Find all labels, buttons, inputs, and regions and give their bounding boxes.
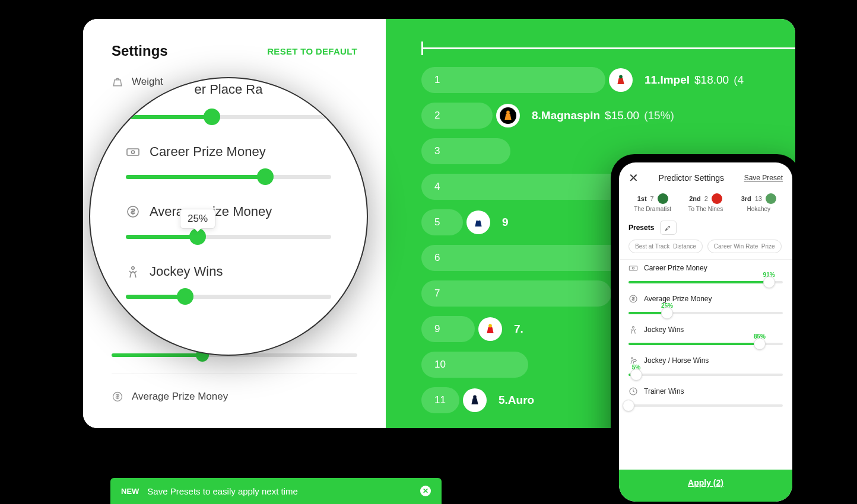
svg-point-16 <box>132 267 134 269</box>
phone-setting: Career Prize Money 91% <box>629 263 783 283</box>
dollar-icon <box>112 391 123 403</box>
race-info: 7. <box>514 323 523 336</box>
setting-avg-prize: Average Prize Money <box>112 391 357 403</box>
setting-label-text: Average Prize Money <box>644 295 712 303</box>
slider-thumb[interactable] <box>257 168 274 185</box>
slider-track[interactable]: 91% <box>629 281 783 283</box>
slider-track[interactable] <box>126 295 331 299</box>
jockey-silk-icon <box>766 193 776 204</box>
dollar-icon <box>126 205 140 219</box>
race-position-pill[interactable]: 4 <box>421 174 623 200</box>
race-info: 11.Impel$18.00(4 <box>645 74 744 87</box>
race-row: 28.Magnaspin$15.00(15%) <box>421 103 795 129</box>
preset-chip[interactable]: Career Win Rate Prize <box>707 240 782 253</box>
race-position-pill[interactable]: 5 <box>421 209 463 235</box>
race-position-pill[interactable]: 6 <box>421 245 623 271</box>
edit-presets-button[interactable] <box>660 221 677 235</box>
setting-jockey-wins: Jockey Wins <box>126 264 331 299</box>
slider-value-tooltip: 25% <box>180 209 215 229</box>
setting-label-text: Average Prize Money <box>132 391 228 403</box>
race-position-pill[interactable]: 7 <box>421 280 611 307</box>
phone-title: Predictor Settings <box>659 173 725 183</box>
svg-point-10 <box>488 324 492 328</box>
money-icon <box>629 263 638 273</box>
jockey-silk-icon <box>496 104 520 127</box>
slider-thumb[interactable] <box>177 288 193 305</box>
race-position-pill[interactable]: 10 <box>421 352 528 378</box>
setting-career-prize: Career Prize Money <box>126 144 331 179</box>
slider-thumb[interactable] <box>661 307 673 319</box>
jockey-silk-icon <box>466 210 490 234</box>
weight-icon <box>112 76 123 88</box>
save-preset-link[interactable]: Save Preset <box>744 174 783 182</box>
reset-to-default-link[interactable]: RESET TO DEFAULT <box>267 46 357 56</box>
setting-label-text: Career Prize Money <box>644 264 707 272</box>
race-info: 8.Magnaspin$15.00(15%) <box>532 109 674 122</box>
dollar-icon <box>629 294 638 304</box>
phone-setting: Jockey Wins 85% <box>629 325 783 345</box>
svg-point-4 <box>506 111 510 114</box>
race-position-pill[interactable]: 11 <box>421 387 459 413</box>
race-row: 111.Impel$18.00(4 <box>421 67 795 93</box>
timeline <box>421 47 795 49</box>
svg-point-18 <box>632 267 634 269</box>
slider-thumb[interactable] <box>630 369 642 381</box>
close-icon[interactable]: ✕ <box>629 171 639 185</box>
phone-setting: Average Prize Money 25% <box>629 294 783 314</box>
slider-track[interactable] <box>629 404 783 407</box>
settings-title: Settings <box>112 43 168 59</box>
top-positions: 1st7The Dramatist2nd2To The Nines3rd13Ho… <box>619 190 792 215</box>
preset-chips: Best at Track DistanceCareer Win Rate Pr… <box>619 240 792 259</box>
magnifier-lens: er Place Ra Career Prize Money A <box>89 77 368 356</box>
setting-label-text: Jockey Wins <box>150 264 223 279</box>
race-position-pill[interactable]: 2 <box>421 103 493 129</box>
slider-thumb[interactable] <box>754 338 766 350</box>
phone-sliders: Career Prize Money 91% Average Prize Mon… <box>619 259 792 470</box>
new-badge: NEW <box>121 487 139 496</box>
slider-track[interactable]: 25% <box>126 235 331 239</box>
slider-track[interactable]: 85% <box>629 343 783 345</box>
setting-avg-prize: Avera ize Money 25% <box>126 204 331 239</box>
slider-track[interactable] <box>126 115 331 119</box>
setting-label-text: Career Prize Money <box>150 144 266 160</box>
preset-chip[interactable]: Best at Track Distance <box>629 240 703 253</box>
slider-thumb[interactable] <box>763 276 775 288</box>
setting-label-text: Jockey Wins <box>644 326 684 334</box>
phone-setting: Jockey / Horse Wins 5% <box>629 356 783 376</box>
new-presets-banner: NEW Save Presets to easily apply next ti… <box>110 478 442 504</box>
phone-screen: ✕ Predictor Settings Save Preset 1st7The… <box>619 162 792 502</box>
setting-label-text: Weight <box>132 76 163 88</box>
svg-point-2 <box>619 75 623 79</box>
slider-track[interactable] <box>126 175 331 179</box>
svg-rect-17 <box>629 266 637 270</box>
slider-track[interactable]: 25% <box>629 312 783 314</box>
setting-label-text: Trainer Wins <box>644 387 684 395</box>
setting-label-text: Jockey / Horse Wins <box>644 356 709 365</box>
race-position-pill[interactable]: 1 <box>421 67 605 93</box>
close-icon[interactable]: ✕ <box>420 486 431 496</box>
race-info: 9 <box>502 216 509 229</box>
apply-button[interactable]: Apply (2) <box>619 470 792 502</box>
jockey-silk-icon <box>609 68 633 92</box>
svg-point-14 <box>132 151 135 154</box>
slider-thumb[interactable] <box>623 400 634 412</box>
svg-point-21 <box>631 358 633 359</box>
phone-setting: Trainer Wins <box>629 387 783 407</box>
position-column: 3rd13Hokahey <box>732 193 785 212</box>
slider-track[interactable]: 5% <box>629 374 783 376</box>
svg-rect-13 <box>127 149 139 155</box>
money-icon <box>126 145 140 159</box>
race-position-pill[interactable]: 9 <box>421 316 475 342</box>
position-column: 2nd2To The Nines <box>679 193 732 212</box>
jockey-icon <box>629 325 638 334</box>
jockey-icon <box>126 264 140 279</box>
race-info: 5.Auro <box>499 394 534 407</box>
svg-point-12 <box>473 395 477 399</box>
jockey-silk-icon <box>478 317 502 341</box>
svg-point-20 <box>633 327 634 328</box>
svg-point-8 <box>477 218 480 221</box>
jockey-silk-icon <box>463 388 487 412</box>
slider-thumb[interactable] <box>204 109 220 125</box>
position-column: 1st7The Dramatist <box>626 193 679 212</box>
race-position-pill[interactable]: 3 <box>421 138 510 164</box>
